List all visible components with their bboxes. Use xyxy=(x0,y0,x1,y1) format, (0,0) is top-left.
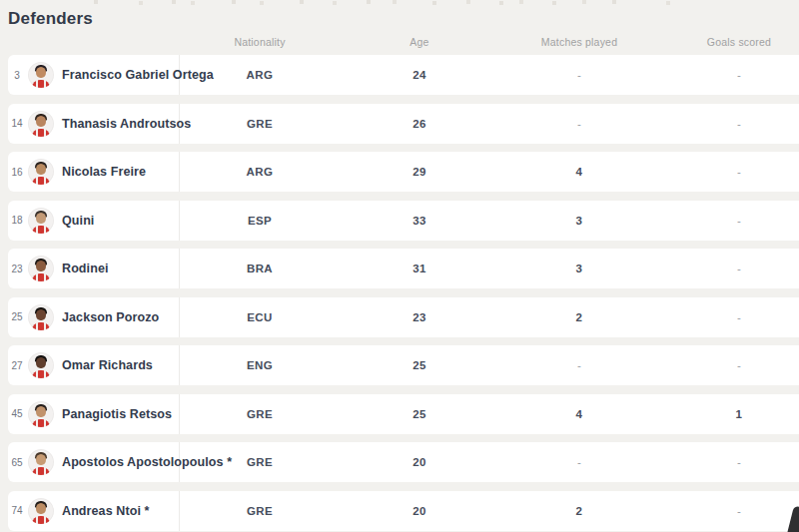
player-matches-played: 3 xyxy=(499,215,659,227)
player-matches-played: 2 xyxy=(499,311,659,323)
player-avatar xyxy=(28,498,54,524)
player-nationality: GRE xyxy=(180,505,340,517)
column-header-matches-played: Matches played xyxy=(499,36,659,48)
player-goals-scored: - xyxy=(659,505,799,517)
player-age: 24 xyxy=(340,69,499,81)
column-header-nationality: Nationality xyxy=(180,36,340,48)
avatar-jersey xyxy=(32,129,50,137)
player-age: 25 xyxy=(340,408,499,420)
player-name[interactable]: Omar Richards xyxy=(62,358,153,372)
player-identity-cell: 23 Rodinei xyxy=(8,249,180,288)
player-name[interactable]: Jackson Porozo xyxy=(62,310,159,324)
shirt-number: 27 xyxy=(8,360,26,371)
player-name[interactable]: Nicolas Freire xyxy=(62,165,146,179)
player-row[interactable]: 25 Jackson Porozo ECU 23 2 - xyxy=(8,297,799,337)
player-matches-played: 2 xyxy=(499,505,659,517)
player-matches-played: 4 xyxy=(499,166,659,178)
avatar-face xyxy=(36,309,46,320)
player-identity-cell: 74 Andreas Ntoi * xyxy=(8,491,180,531)
page-title: Defenders xyxy=(8,9,93,29)
shirt-number: 3 xyxy=(8,70,26,81)
player-goals-scored: - xyxy=(659,359,799,371)
avatar-face xyxy=(36,406,46,417)
avatar-jersey xyxy=(32,80,50,88)
player-name[interactable]: Panagiotis Retsos xyxy=(62,407,172,421)
player-row[interactable]: 14 Thanasis Androutsos GRE 26 - - xyxy=(8,104,799,144)
player-avatar xyxy=(28,159,54,185)
avatar-face xyxy=(36,454,46,465)
avatar-face xyxy=(36,503,46,514)
player-matches-played: - xyxy=(499,118,659,130)
player-nationality: ARG xyxy=(180,166,340,178)
avatar-jersey xyxy=(32,419,50,427)
player-avatar xyxy=(28,401,54,427)
avatar-face xyxy=(36,261,46,271)
player-goals-scored: - xyxy=(659,215,799,227)
player-goals-scored: - xyxy=(659,263,799,274)
player-nationality: GRE xyxy=(180,118,340,130)
avatar-jersey xyxy=(32,322,50,330)
player-identity-cell: 25 Jackson Porozo xyxy=(8,297,180,337)
avatar-face xyxy=(36,164,46,175)
player-goals-scored: - xyxy=(659,69,799,81)
player-matches-played: 4 xyxy=(499,408,659,420)
player-row[interactable]: 16 Nicolas Freire ARG 29 4 - xyxy=(8,152,799,192)
players-table: 3 Francisco Gabriel Ortega ARG 24 - - 14… xyxy=(0,55,799,532)
player-nationality: GRE xyxy=(180,456,340,468)
player-avatar xyxy=(28,62,54,88)
player-avatar xyxy=(28,208,54,234)
player-identity-cell: 45 Panagiotis Retsos xyxy=(8,394,180,434)
player-nationality: ENG xyxy=(180,359,340,371)
player-age: 33 xyxy=(340,215,499,227)
column-header-goals-scored: Goals scored xyxy=(659,36,799,48)
player-identity-cell: 3 Francisco Gabriel Ortega xyxy=(8,55,180,95)
player-avatar xyxy=(28,449,54,475)
shirt-number: 23 xyxy=(8,264,26,274)
player-age: 25 xyxy=(340,359,499,371)
avatar-face xyxy=(36,357,46,368)
clipped-content-edge xyxy=(0,1,2,3)
column-header-age: Age xyxy=(340,36,499,48)
player-goals-scored: - xyxy=(659,456,799,468)
shirt-number: 65 xyxy=(8,457,26,468)
player-identity-cell: 16 Nicolas Freire xyxy=(8,152,180,192)
shirt-number: 16 xyxy=(8,167,26,178)
player-avatar xyxy=(28,352,54,378)
player-avatar xyxy=(28,304,54,330)
player-name[interactable]: Andreas Ntoi * xyxy=(62,504,150,518)
shirt-number: 74 xyxy=(8,505,26,516)
avatar-jersey xyxy=(32,226,50,234)
player-row[interactable]: 23 Rodinei BRA 31 3 - xyxy=(8,249,799,288)
avatar-jersey xyxy=(32,177,50,185)
player-matches-played: - xyxy=(499,456,659,468)
player-identity-cell: 27 Omar Richards xyxy=(8,345,180,385)
player-row[interactable]: 45 Panagiotis Retsos GRE 25 4 1 xyxy=(8,394,799,434)
player-nationality: ECU xyxy=(180,311,340,323)
player-name[interactable]: Thanasis Androutsos xyxy=(62,117,191,131)
player-goals-scored: 1 xyxy=(659,408,799,420)
avatar-jersey xyxy=(32,516,50,524)
player-name[interactable]: Rodinei xyxy=(62,262,109,275)
player-nationality: ESP xyxy=(180,215,340,227)
player-age: 29 xyxy=(340,166,499,178)
player-identity-cell: 65 Apostolos Apostolopoulos * xyxy=(8,442,180,482)
player-matches-played: - xyxy=(499,359,659,371)
shirt-number: 45 xyxy=(8,408,26,419)
shirt-number: 18 xyxy=(8,215,26,226)
player-row[interactable]: 27 Omar Richards ENG 25 - - xyxy=(8,345,799,385)
player-avatar xyxy=(28,111,54,137)
avatar-jersey xyxy=(32,467,50,475)
player-matches-played: 3 xyxy=(499,263,659,274)
player-row[interactable]: 74 Andreas Ntoi * GRE 20 2 - xyxy=(8,491,799,531)
avatar-face xyxy=(36,116,46,127)
player-goals-scored: - xyxy=(659,166,799,178)
player-row[interactable]: 3 Francisco Gabriel Ortega ARG 24 - - xyxy=(8,55,799,95)
player-row[interactable]: 18 Quini ESP 33 3 - xyxy=(8,201,799,241)
player-nationality: BRA xyxy=(180,263,340,274)
player-age: 20 xyxy=(340,505,499,517)
player-goals-scored: - xyxy=(659,311,799,323)
player-row[interactable]: 65 Apostolos Apostolopoulos * GRE 20 - - xyxy=(8,442,799,482)
avatar-jersey xyxy=(32,370,50,378)
avatar-face xyxy=(36,213,46,224)
player-name[interactable]: Quini xyxy=(62,214,94,228)
